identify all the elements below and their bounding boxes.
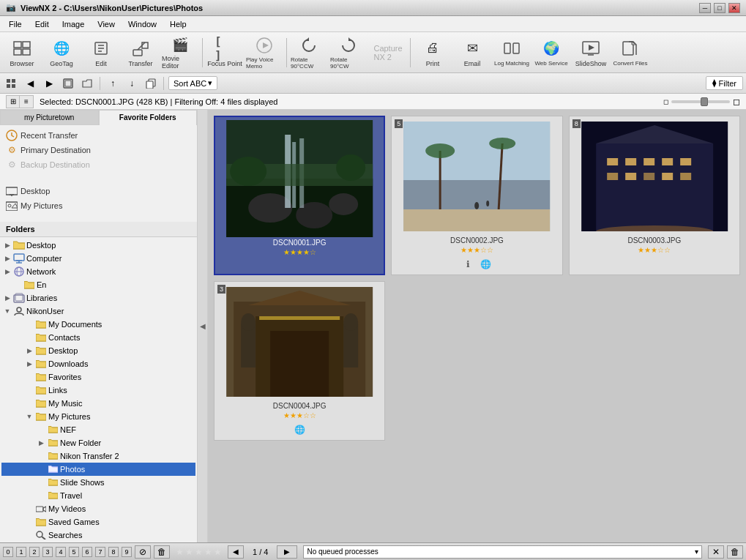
maximize-button[interactable]: □ (714, 3, 726, 13)
star-2[interactable]: ★ (185, 547, 193, 557)
minimize-button[interactable]: ─ (699, 3, 711, 13)
download-button[interactable]: ↓ (124, 75, 140, 92)
status-num-6[interactable]: 6 (82, 547, 92, 557)
expand-new-folder-icon[interactable]: ▶ (37, 438, 45, 447)
menu-edit[interactable]: Edit (29, 18, 55, 30)
capture-nx2-button[interactable]: Capture NX 2 (369, 35, 407, 70)
status-num-3[interactable]: 3 (42, 547, 53, 557)
view-toggle[interactable]: ⊞ ≡ (6, 95, 34, 108)
expand-network-icon[interactable]: ▶ (3, 267, 12, 276)
folder-computer[interactable]: ▶ Computer (1, 252, 195, 265)
process-dropdown[interactable]: No queued processes ▾ (303, 545, 702, 559)
folder-saved-games[interactable]: Saved Games (1, 515, 195, 529)
tab-my-picturetown[interactable]: my Picturetown (0, 110, 99, 125)
collapse-sidebar-button[interactable]: ◀ (198, 110, 208, 542)
nav-forward-button[interactable]: ▶ (41, 75, 57, 92)
status-num-4[interactable]: 4 (56, 547, 66, 557)
menu-window[interactable]: Window (122, 18, 163, 30)
close-button[interactable]: ✕ (728, 3, 740, 13)
primary-destination-item[interactable]: ⚙ Primary Destination (3, 143, 194, 157)
grid-view-button[interactable] (3, 75, 19, 92)
menu-help[interactable]: Help (164, 18, 193, 30)
thumbnail-2[interactable]: 5 (391, 116, 562, 275)
log-matching-button[interactable]: Log Matching (493, 35, 531, 70)
view-thumbnail-button[interactable]: ⊞ (7, 96, 20, 108)
status-num-7[interactable]: 7 (95, 547, 105, 557)
expand-my-pictures-sub-icon[interactable]: ▼ (25, 412, 34, 421)
folder-en[interactable]: En (1, 278, 195, 291)
size-slider-handle[interactable] (701, 97, 708, 106)
menu-image[interactable]: Image (56, 18, 91, 30)
browser-button[interactable]: Browser (3, 35, 41, 70)
star-4[interactable]: ★ (204, 547, 212, 557)
star-rating-bar[interactable]: ★ ★ ★ ★ ★ (176, 547, 222, 557)
favorite-desktop-item[interactable]: Desktop (3, 184, 194, 198)
thumbnail-3[interactable]: 8 (569, 116, 740, 275)
folder-travel[interactable]: Travel (1, 489, 195, 502)
rotate-cw-button[interactable]: Rotate 90°CW (329, 35, 368, 70)
folder-desktop[interactable]: ▶ Desktop (1, 239, 195, 252)
thumbnail-4[interactable]: 3 (214, 281, 385, 441)
star-3[interactable]: ★ (195, 547, 203, 557)
star-5[interactable]: ★ (214, 547, 222, 557)
delete-label-button[interactable]: 🗑 (154, 545, 170, 559)
status-num-1[interactable]: 1 (16, 547, 26, 557)
status-num-8[interactable]: 8 (108, 547, 119, 557)
folder-links[interactable]: Links (1, 384, 195, 397)
thumbnail-size-slider[interactable]: ◻ ◻ (663, 97, 740, 107)
focus-point-button[interactable]: [ ] Focus Point (206, 35, 244, 70)
folder-favorites[interactable]: Favorites (1, 370, 195, 384)
transfer-button[interactable]: Transfer (122, 35, 160, 70)
delete-button[interactable]: 🗑 (727, 545, 743, 559)
filter-button[interactable]: ⧫ Filter (706, 76, 743, 90)
window-controls[interactable]: ─ □ ✕ (699, 3, 740, 13)
folder-photos[interactable]: Photos (1, 463, 195, 476)
upload-button[interactable]: ↑ (105, 75, 121, 92)
print-button[interactable]: 🖨 Print (414, 35, 452, 70)
movie-editor-button[interactable]: 🎬 Movie Editor (161, 35, 199, 70)
status-num-9[interactable]: 9 (122, 547, 132, 557)
folder-libraries[interactable]: ▶ Libraries (1, 291, 195, 305)
favorite-my-pictures-item[interactable]: My Pictures (3, 198, 194, 213)
folder-downloads[interactable]: ▶ Downloads (1, 357, 195, 370)
folder-my-pictures-sub[interactable]: ▼ My Pictures (1, 410, 195, 423)
web-service-button[interactable]: 🌍 Web Service (532, 35, 570, 70)
folder-network[interactable]: ▶ Network (1, 265, 195, 278)
status-num-5[interactable]: 5 (69, 547, 79, 557)
expand-desktop-sub-icon[interactable]: ▶ (25, 346, 34, 355)
status-num-2[interactable]: 2 (29, 547, 40, 557)
tab-favorite-folders[interactable]: Favorite Folders (99, 110, 198, 125)
expand-desktop-icon[interactable]: ▶ (3, 241, 12, 250)
folder-new-folder[interactable]: ▶ New Folder (1, 436, 195, 449)
view-list-button[interactable]: ≡ (20, 96, 33, 108)
status-num-0[interactable]: 0 (3, 547, 13, 557)
menu-file[interactable]: File (3, 18, 28, 30)
cancel-process-button[interactable]: ✕ (708, 545, 724, 559)
rotate-ccw-button[interactable]: Rotate 90°CCW (290, 35, 328, 70)
edit-button[interactable]: Edit (82, 35, 120, 70)
convert-files-button[interactable]: Convert Files (611, 35, 649, 70)
email-button[interactable]: ✉ Email (453, 35, 491, 70)
folder-nikon-transfer-2[interactable]: Nikon Transfer 2 (1, 449, 195, 463)
folder-my-videos[interactable]: My Videos (1, 502, 195, 515)
menu-view[interactable]: View (92, 18, 121, 30)
folder-desktop-sub[interactable]: ▶ Desktop (1, 344, 195, 357)
folder-my-music[interactable]: My Music (1, 397, 195, 410)
backup-destination-item[interactable]: ⚙ Backup Destination (3, 157, 194, 172)
nav-back-button[interactable]: ◀ (22, 75, 38, 92)
stop-button[interactable]: ⊘ (135, 545, 151, 559)
expand-nikonuser-icon[interactable]: ▼ (3, 307, 12, 316)
slideshow-button[interactable]: SlideShow (572, 35, 610, 70)
expand-libraries-icon[interactable]: ▶ (3, 294, 12, 302)
expand-downloads-icon[interactable]: ▶ (25, 359, 34, 368)
recent-transfer-item[interactable]: Recent Transfer (3, 128, 194, 143)
folder-nikonuser[interactable]: ▼ NikonUser (1, 305, 195, 318)
folder-contacts[interactable]: Contacts (1, 331, 195, 344)
thumbnail-1[interactable]: DSCN0001.JPG ★★★★☆ (214, 116, 385, 275)
play-voice-button[interactable]: Play Voice Memo (245, 35, 283, 70)
play-button[interactable]: ▶ (277, 545, 297, 559)
geotag-button[interactable]: 🌐 GeoTag (42, 35, 81, 70)
nav-prev-button[interactable]: ◀ (228, 545, 244, 559)
folder-searches[interactable]: Searches (1, 529, 195, 542)
sync-button[interactable] (60, 75, 76, 92)
